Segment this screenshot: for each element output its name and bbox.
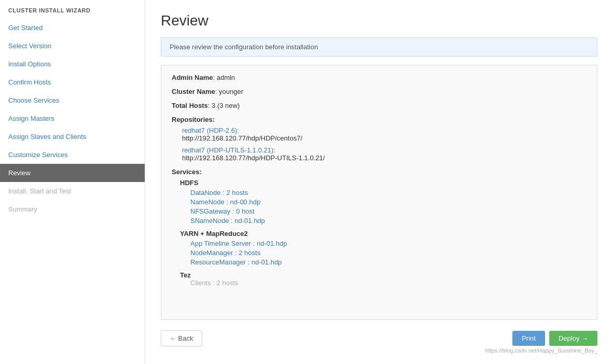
- cluster-name-value: : younger: [215, 88, 243, 95]
- repo-url-0: http://192.168.120.77/hdp/HDP/centos7/: [182, 134, 587, 142]
- cluster-name-field: Cluster Name: younger: [172, 88, 587, 95]
- service-row-app-timeline: App Timeline Server : nd-01.hdp: [190, 240, 587, 247]
- footer-right: Print Deploy →: [512, 331, 597, 346]
- tez-clients: Clients : 2 hosts: [190, 279, 587, 287]
- back-button[interactable]: ← Back: [161, 330, 202, 346]
- footer-buttons: ← Back Print Deploy →: [161, 328, 597, 346]
- service-row-snamenode: SNameNode : nd-01.hdp: [190, 217, 587, 225]
- sidebar: CLUSTER INSTALL WIZARD Get Started Selec…: [0, 0, 145, 364]
- sidebar-item-assign-slaves[interactable]: Assign Slaves and Clients: [0, 128, 145, 146]
- review-box: Admin Name: admin Cluster Name: younger …: [161, 65, 597, 320]
- sidebar-item-get-started[interactable]: Get Started: [0, 19, 145, 37]
- sidebar-item-install-start-test: Install, Start and Test: [0, 182, 145, 200]
- services-section: Services: HDFS DataNode : 2 hosts NameNo…: [172, 168, 587, 287]
- total-hosts-field: Total Hosts: 3 (3 new): [172, 102, 587, 109]
- admin-name-label: Admin Name: [172, 74, 213, 81]
- print-button[interactable]: Print: [512, 331, 545, 346]
- repo-link-0[interactable]: redhat7 (HDP-2.6):: [182, 127, 239, 134]
- total-hosts-value: : 3 (3 new): [208, 102, 240, 109]
- cluster-name-label: Cluster Name: [172, 88, 215, 95]
- service-group-name-yarn: YARN + MapReduce2: [180, 230, 587, 237]
- repo-item-0: redhat7 (HDP-2.6): http://192.168.120.77…: [182, 127, 587, 142]
- sidebar-item-select-version[interactable]: Select Version: [0, 37, 145, 55]
- sidebar-item-choose-services[interactable]: Choose Services: [0, 91, 145, 109]
- sidebar-item-customize-services[interactable]: Customize Services: [0, 146, 145, 164]
- deploy-button[interactable]: Deploy →: [549, 331, 597, 346]
- repositories-section: Repositories: redhat7 (HDP-2.6): http://…: [172, 116, 587, 162]
- service-row-datanode: DataNode : 2 hosts: [190, 189, 587, 197]
- total-hosts-label: Total Hosts: [172, 102, 208, 109]
- footer: ← Back Print Deploy → https://blog.csdn.…: [161, 328, 597, 354]
- tez-section: Tez Clients : 2 hosts: [172, 271, 587, 287]
- tez-label: Tez: [180, 271, 587, 279]
- service-row-nodemanager: NodeManager : 2 hosts: [190, 249, 587, 257]
- sidebar-item-assign-masters[interactable]: Assign Masters: [0, 109, 145, 128]
- admin-name-value: : admin: [213, 74, 235, 81]
- sidebar-item-confirm-hosts[interactable]: Confirm Hosts: [0, 73, 145, 91]
- sidebar-item-install-options[interactable]: Install Options: [0, 55, 145, 73]
- admin-name-field: Admin Name: admin: [172, 74, 587, 81]
- sidebar-title: CLUSTER INSTALL WIZARD: [0, 0, 145, 19]
- service-row-resourcemanager: ResourceManager : nd-01.hdp: [190, 258, 587, 266]
- service-group-yarn: YARN + MapReduce2 App Timeline Server : …: [172, 230, 587, 266]
- services-label: Services:: [172, 168, 587, 176]
- sidebar-item-summary: Summary: [0, 200, 145, 218]
- repo-item-1: redhat7 (HDP-UTILS-1.1.0.21): http://192…: [182, 146, 587, 162]
- repo-link-1[interactable]: redhat7 (HDP-UTILS-1.1.0.21):: [182, 146, 275, 154]
- page-title: Review: [161, 12, 597, 29]
- service-row-namenode: NameNode : nd-00.hdp: [190, 198, 587, 206]
- info-banner: Please review the configuration before i…: [161, 37, 597, 57]
- repositories-label: Repositories:: [172, 116, 587, 123]
- footer-url: https://blog.csdn.net/Happy_Sunshine_Boy…: [161, 346, 597, 354]
- service-group-name-hdfs: HDFS: [180, 179, 587, 187]
- repo-url-1: http://192.168.120.77/hdp/HDP-UTILS-1.1.…: [182, 154, 587, 162]
- sidebar-item-review[interactable]: Review: [0, 164, 145, 182]
- service-group-hdfs: HDFS DataNode : 2 hosts NameNode : nd-00…: [172, 179, 587, 225]
- service-row-nfsgateway: NFSGateway : 0 host: [190, 207, 587, 215]
- main-content: Review Please review the configuration b…: [145, 0, 613, 364]
